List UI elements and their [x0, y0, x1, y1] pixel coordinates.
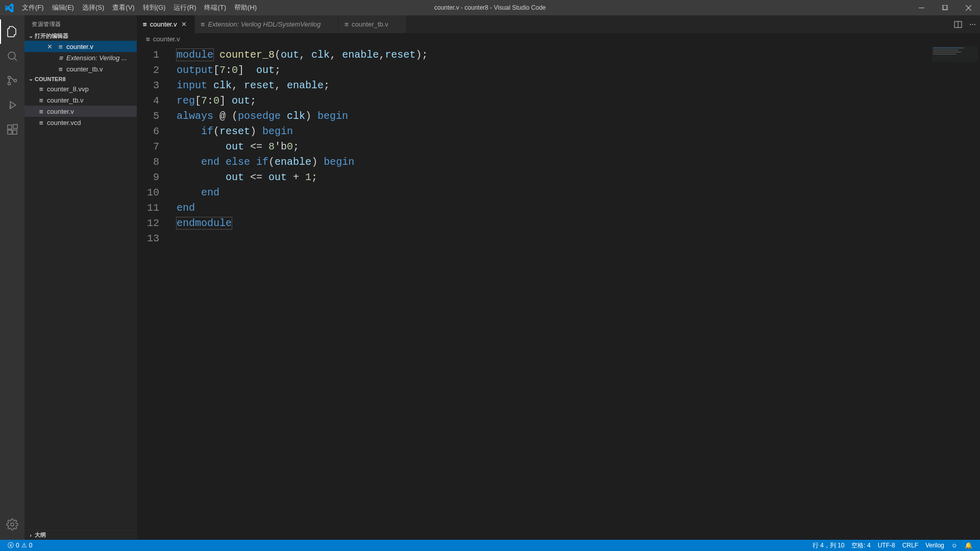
chevron-down-icon: ⌄	[27, 76, 35, 82]
activity-scm-icon[interactable]	[0, 68, 24, 93]
status-bell-icon[interactable]: 🔔	[961, 541, 976, 550]
activitybar	[0, 15, 24, 540]
tab-counter-v[interactable]: ≡ counter.v ✕	[137, 15, 195, 33]
file-item[interactable]: ≡ counter_tb.v	[24, 94, 137, 106]
status-eol[interactable]: CRLF	[899, 541, 922, 550]
editor-area: ≡ counter.v ✕ ≡ Extension: Verilog HDL/S…	[137, 15, 980, 540]
menu-terminal[interactable]: 终端(T)	[200, 0, 230, 15]
file-icon: ≡	[36, 119, 47, 127]
svg-rect-1	[942, 5, 947, 10]
file-icon: ≡	[36, 85, 47, 93]
file-icon: ≡	[36, 108, 47, 115]
open-editor-label: counter.v	[66, 43, 93, 51]
file-icon: ≡	[55, 43, 66, 51]
file-icon: ≡	[201, 20, 205, 28]
svg-rect-10	[13, 124, 17, 129]
status-encoding[interactable]: UTF-8	[874, 541, 899, 550]
activity-search-icon[interactable]	[0, 44, 24, 68]
svg-point-4	[8, 77, 11, 79]
open-editors-label: 打开的编辑器	[35, 32, 68, 40]
titlebar: 文件(F) 编辑(E) 选择(S) 查看(V) 转到(G) 运行(R) 终端(T…	[0, 0, 980, 15]
close-icon[interactable]: ✕	[180, 20, 188, 28]
open-editor-item[interactable]: ≡ Extension: Verilog ...	[24, 52, 137, 63]
status-problems[interactable]: ⓧ0 ⚠0	[4, 541, 36, 550]
svg-point-5	[8, 83, 11, 85]
close-button[interactable]	[957, 0, 980, 15]
status-indent[interactable]: 空格: 4	[848, 541, 874, 550]
sidebar: 资源管理器 ⌄ 打开的编辑器 ✕ ≡ counter.v ≡ Extension…	[24, 15, 137, 540]
folder-header[interactable]: ⌄ COUNTER8	[24, 74, 137, 83]
tab-label: counter_tb.v	[352, 20, 388, 28]
file-icon: ≡	[345, 20, 349, 28]
warning-count: 0	[29, 542, 33, 549]
svg-point-6	[14, 80, 17, 82]
svg-point-11	[11, 523, 14, 526]
minimize-button[interactable]	[910, 0, 933, 15]
file-item[interactable]: ≡ counter_8.vvp	[24, 83, 137, 94]
editor-actions: ⋯	[950, 15, 980, 33]
warning-icon: ⚠	[21, 542, 27, 549]
tab-label: counter.v	[150, 20, 177, 28]
folder-label: COUNTER8	[35, 76, 66, 82]
status-feedback-icon[interactable]: ☺	[948, 541, 961, 550]
activity-extensions-icon[interactable]	[0, 117, 24, 142]
open-editor-item[interactable]: ✕ ≡ counter.v	[24, 41, 137, 52]
svg-rect-7	[8, 125, 12, 129]
file-icon: ≡	[146, 35, 150, 43]
svg-rect-0	[919, 8, 924, 8]
file-item[interactable]: ≡ counter.vcd	[24, 117, 137, 128]
open-editor-item[interactable]: ≡ counter_tb.v	[24, 63, 137, 74]
menu-go[interactable]: 转到(G)	[139, 0, 170, 15]
chevron-down-icon: ⌄	[27, 33, 35, 39]
minimap[interactable]	[932, 46, 978, 62]
svg-rect-15	[933, 47, 964, 48]
activity-settings-icon[interactable]	[0, 512, 24, 537]
more-actions-icon[interactable]: ⋯	[969, 20, 976, 28]
tabs: ≡ counter.v ✕ ≡ Extension: Verilog HDL/S…	[137, 15, 980, 33]
open-editor-label: Extension: Verilog ...	[66, 54, 127, 62]
file-icon: ≡	[36, 96, 47, 104]
open-editor-label: counter_tb.v	[66, 65, 103, 73]
menu-selection[interactable]: 选择(S)	[78, 0, 108, 15]
svg-rect-16	[933, 49, 959, 51]
file-icon: ≡	[55, 65, 66, 73]
tab-extension[interactable]: ≡ Extension: Verilog HDL/SystemVerilog ✕	[195, 15, 339, 33]
breadcrumb-label: counter.v	[153, 35, 180, 43]
svg-rect-17	[933, 52, 961, 53]
menu-edit[interactable]: 编辑(E)	[48, 0, 78, 15]
menu-help[interactable]: 帮助(H)	[230, 0, 261, 15]
menu-view[interactable]: 查看(V)	[108, 0, 138, 15]
close-icon[interactable]: ✕	[44, 43, 55, 51]
activity-debug-icon[interactable]	[0, 93, 24, 117]
file-label: counter.v	[47, 108, 74, 115]
breadcrumb[interactable]: ≡ counter.v	[137, 33, 980, 44]
error-icon: ⓧ	[8, 541, 14, 550]
file-icon: ≡	[143, 20, 147, 28]
activity-explorer-icon[interactable]	[0, 19, 24, 44]
editor-body[interactable]: 12345678910111213 module counter_8(out, …	[137, 44, 980, 540]
open-editors-header[interactable]: ⌄ 打开的编辑器	[24, 31, 137, 41]
line-numbers: 12345678910111213	[137, 47, 173, 246]
chevron-right-icon: ›	[27, 532, 35, 538]
tab-label: Extension: Verilog HDL/SystemVerilog	[208, 20, 321, 28]
file-item[interactable]: ≡ counter.v	[24, 106, 137, 117]
menu-run[interactable]: 运行(R)	[169, 0, 200, 15]
code-content[interactable]: module counter_8(out, clk, enable,reset)…	[177, 47, 970, 246]
window-controls	[910, 0, 980, 15]
statusbar: ⓧ0 ⚠0 行 4，列 10 空格: 4 UTF-8 CRLF Verilog …	[0, 540, 980, 551]
split-editor-icon[interactable]	[954, 20, 962, 29]
maximize-button[interactable]	[933, 0, 957, 15]
outline-header[interactable]: › 大纲	[24, 530, 137, 540]
svg-point-3	[8, 52, 15, 59]
svg-rect-18	[933, 54, 956, 55]
svg-rect-2	[943, 5, 948, 10]
error-count: 0	[16, 542, 19, 549]
menu-file[interactable]: 文件(F)	[18, 0, 48, 15]
outline-label: 大纲	[35, 531, 46, 539]
vscode-logo-icon	[0, 3, 18, 12]
status-language[interactable]: Verilog	[922, 541, 948, 550]
file-icon: ≡	[55, 54, 66, 62]
tab-counter-tb[interactable]: ≡ counter_tb.v ✕	[338, 15, 406, 33]
svg-rect-9	[13, 130, 17, 134]
status-cursor[interactable]: 行 4，列 10	[809, 541, 848, 550]
